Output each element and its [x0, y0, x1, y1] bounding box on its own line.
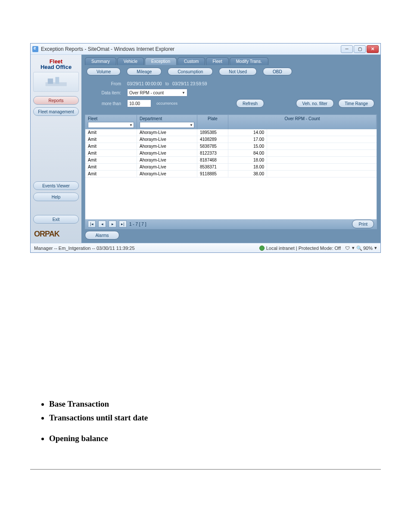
cell-value: 14.00 — [228, 129, 267, 136]
subtab-volume[interactable]: Volume — [87, 68, 121, 75]
cell-plate: 8187468 — [197, 157, 228, 163]
cell-department: Ahoraym-Live — [137, 171, 197, 177]
subtab-obd[interactable]: OBD — [263, 68, 292, 75]
col-fleet: Fleet — [88, 116, 134, 121]
time-range-button[interactable]: Time Range — [338, 99, 374, 108]
cell-department: Ahoraym-Live — [137, 143, 197, 149]
tab-custom[interactable]: Custom — [177, 57, 205, 65]
chevron-down-icon: ▼ — [129, 123, 133, 127]
cell-department: Ahoraym-Live — [137, 136, 197, 143]
status-left: Manager -- Em_Intgeration -- 03/30/11 11… — [34, 246, 135, 251]
sub-tabs: Volume Mileage Consumption Not Used OBD — [85, 65, 377, 77]
data-item-select[interactable]: Over RPM - count ▼ — [127, 89, 187, 96]
tab-fleet[interactable]: Fleet — [206, 57, 228, 65]
zoom-value: 90% — [363, 246, 373, 251]
to-label: to — [165, 81, 169, 86]
table-row[interactable]: AmitAhoraym-Live853837118.00 — [85, 164, 377, 171]
bullet-item: Base Transaction — [49, 399, 411, 409]
cell-value: 17.00 — [228, 136, 267, 143]
cell-plate: 5838785 — [197, 143, 228, 149]
cell-plate: 8538371 — [197, 164, 228, 170]
data-item-label: Data item: — [87, 90, 124, 95]
status-bar: Manager -- Em_Intgeration -- 03/30/11 11… — [31, 243, 380, 252]
grid-body: AmitAhoraym-Live189538514.00AmitAhoraym-… — [85, 129, 377, 219]
from-label: From — [87, 81, 124, 86]
more-than-label: more than — [87, 101, 124, 106]
sidebar-item-help[interactable]: Help — [33, 193, 79, 201]
cell-value: 15.00 — [228, 143, 267, 149]
subtab-consumption[interactable]: Consumption — [168, 68, 213, 75]
window-title: Exception Reports - SiteOmat - Windows I… — [41, 46, 341, 52]
bullet-item: Transactions until start date — [49, 413, 411, 423]
tab-exception[interactable]: Exception — [145, 57, 177, 65]
sidebar: Fleet Head Office Reports Fleet manageme… — [31, 55, 81, 243]
refresh-button[interactable]: Refresh — [236, 99, 264, 108]
chevron-down-icon: ▼ — [182, 91, 185, 95]
sidebar-item-reports[interactable]: Reports — [33, 96, 79, 105]
cell-value: 18.00 — [228, 157, 267, 163]
brand-image — [33, 72, 79, 92]
pager-prev[interactable]: ◂ — [98, 221, 106, 227]
magnifier-icon: 🔍 — [356, 246, 361, 251]
alarms-button[interactable]: Alarms — [85, 231, 119, 240]
cell-plate: 9118885 — [197, 171, 228, 177]
brand-line2: Head Office — [33, 64, 79, 70]
table-row[interactable]: AmitAhoraym-Live812237384.00 — [85, 150, 377, 157]
protected-mode: Local intranet | Protected Mode: Off — [259, 246, 341, 251]
tab-summary[interactable]: Summary — [85, 57, 116, 65]
results-grid: Fleet ▼ Department ▼ Plate Over RPM - Co… — [85, 115, 377, 229]
tab-modify-trans[interactable]: Modify Trans. — [230, 57, 268, 65]
close-button[interactable]: ✕ — [367, 45, 379, 53]
cell-fleet: Amit — [85, 164, 137, 170]
report-tabs: Summary Vehicle Exception Custom Fleet M… — [85, 57, 377, 65]
cell-value: 38.00 — [228, 171, 267, 177]
ie-icon — [32, 46, 38, 52]
zoom-control[interactable]: 🛡 ▾ 🔍 90% ▾ — [345, 245, 377, 251]
maximize-button[interactable]: ▢ — [354, 45, 366, 53]
occurrences-label: occurrences — [156, 101, 177, 106]
more-than-input[interactable] — [127, 100, 151, 107]
pager-first[interactable]: |◂ — [88, 221, 96, 227]
table-row[interactable]: AmitAhoraym-Live911888538.00 — [85, 171, 377, 177]
cell-plate: 4108289 — [197, 136, 228, 143]
subtab-mileage[interactable]: Mileage — [127, 68, 162, 75]
cell-department: Ahoraym-Live — [137, 129, 197, 136]
brand: Fleet Head Office — [33, 57, 79, 93]
from-value: 03/29/11 00:00:00 — [127, 81, 162, 86]
chevron-down-icon: ▼ — [190, 123, 193, 127]
chevron-down-icon: ▾ — [374, 245, 377, 251]
minimize-button[interactable]: ─ — [341, 45, 353, 53]
table-row[interactable]: AmitAhoraym-Live410828917.00 — [85, 136, 377, 143]
print-button[interactable]: Print — [352, 220, 374, 228]
pager-last[interactable]: ▸| — [119, 221, 127, 227]
cell-fleet: Amit — [85, 129, 137, 136]
titlebar: Exception Reports - SiteOmat - Windows I… — [31, 44, 380, 55]
department-filter-select[interactable]: ▼ — [140, 122, 194, 128]
veh-no-filter-button[interactable]: Veh. no. filter — [296, 99, 334, 108]
cell-fleet: Amit — [85, 136, 137, 143]
shield-icon: 🛡 — [345, 246, 350, 251]
cell-department: Ahoraym-Live — [137, 157, 197, 163]
fleet-filter-select[interactable]: ▼ — [88, 122, 134, 128]
grid-header: Fleet ▼ Department ▼ Plate Over RPM - Co… — [85, 115, 377, 129]
pager: |◂ ◂ ▸ ▸| 1 - 7 [ 7 ] Print — [85, 219, 377, 229]
cell-fleet: Amit — [85, 150, 137, 156]
subtab-not-used[interactable]: Not Used — [219, 68, 257, 75]
doc-bullets: Base Transaction Transactions until star… — [39, 399, 411, 443]
app-window: Exception Reports - SiteOmat - Windows I… — [30, 43, 381, 253]
cell-fleet: Amit — [85, 143, 137, 149]
table-row[interactable]: AmitAhoraym-Live189538514.00 — [85, 129, 377, 136]
svg-rect-2 — [55, 77, 59, 84]
pager-next[interactable]: ▸ — [109, 221, 116, 227]
cell-plate: 1895385 — [197, 129, 228, 136]
table-row[interactable]: AmitAhoraym-Live818746818.00 — [85, 157, 377, 164]
col-metric: Over RPM - Count — [284, 116, 320, 121]
table-row[interactable]: AmitAhoraym-Live583878515.00 — [85, 143, 377, 150]
horizontal-rule — [30, 469, 381, 470]
tab-vehicle[interactable]: Vehicle — [117, 57, 144, 65]
globe-icon — [259, 246, 265, 251]
bullet-item: Opening balance — [49, 434, 411, 443]
sidebar-item-exit[interactable]: Exit — [33, 215, 79, 224]
sidebar-item-fleet-management[interactable]: Fleet management — [33, 107, 79, 116]
sidebar-item-events-viewer[interactable]: Events Viewer — [33, 181, 79, 190]
